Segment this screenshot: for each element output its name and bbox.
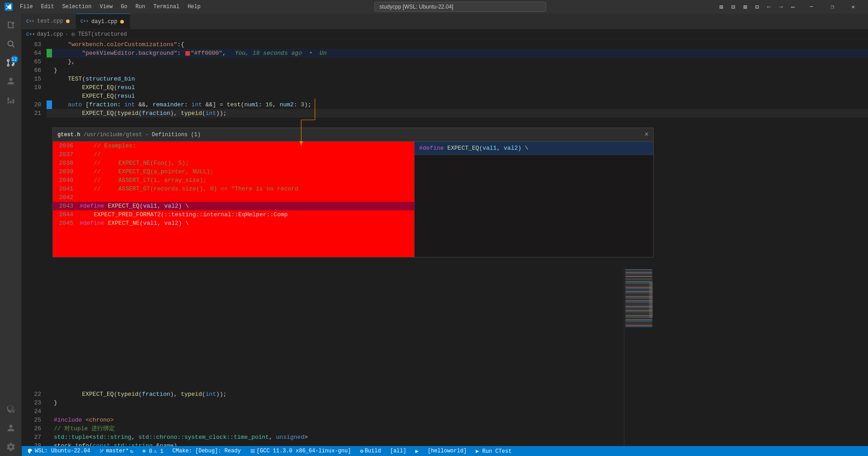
- sidebar-item-search[interactable]: [2, 35, 20, 53]
- code-line-28: 28 stock info(const std::string &name): [22, 442, 868, 446]
- status-wsl-label: WSL: Ubuntu-22.04: [35, 448, 90, 454]
- search-input[interactable]: [374, 2, 546, 12]
- menu-view[interactable]: View: [96, 3, 116, 11]
- tab-modified-day1: [120, 20, 124, 24]
- line-content-26: // 对tuple 进行绑定: [52, 424, 868, 433]
- peek-content-2041: // ASSERT_GT(records.size(), 0) << "Ther…: [78, 185, 414, 193]
- menu-run[interactable]: Run: [132, 3, 149, 11]
- peek-content-2044: EXPECT_PRED_FORMAT2(::testing::internal:…: [78, 210, 414, 219]
- peek-right-panel: #define EXPECT_EQ(val1, val2) \: [415, 142, 653, 257]
- peek-line-2039: 2039 // EXPECT_EQ(a_pointer, NULL);: [53, 167, 414, 176]
- peek-header: gtest.h /usr/include/gtest - Definitions…: [53, 128, 653, 142]
- gutter-27: [47, 433, 52, 442]
- status-cmake-label: CMake: [Debug]: Ready: [172, 448, 241, 454]
- after-peek-section: 22 EXPECT_EQ(typeid(fraction), typeid(in…: [22, 390, 868, 446]
- minimap-line: [625, 323, 652, 324]
- tab-day1-cpp[interactable]: C++ day1.cpp: [76, 14, 130, 29]
- peek-line-2038: 2038 // EXPECT_NE(Foo(), 5);: [53, 159, 414, 167]
- layout-icon[interactable]: ⊞: [717, 2, 726, 12]
- scrollbar-thumb[interactable]: [649, 282, 653, 318]
- menu-edit[interactable]: Edit: [38, 3, 58, 11]
- editor-area: C++ test.cpp C++ day1.cpp C++ day1.cpp ›…: [22, 14, 868, 456]
- code-view[interactable]: 63 "workbench.colorCustomizations":{ 64 …: [22, 39, 868, 446]
- peek-content-2045: #define EXPECT_NE(val1, val2) \: [78, 219, 414, 228]
- tab-test-cpp[interactable]: C++ test.cpp: [22, 14, 76, 29]
- sidebar-item-settings[interactable]: [2, 438, 20, 456]
- minimap-line: [625, 290, 652, 290]
- status-cmake[interactable]: CMake: [Debug]: Ready: [170, 446, 242, 456]
- sidebar-item-explorer[interactable]: [2, 16, 20, 34]
- gutter-63: [47, 40, 52, 49]
- status-build-label: Build: [365, 448, 381, 454]
- menu-file[interactable]: File: [16, 3, 37, 11]
- menu-selection[interactable]: Selection: [59, 3, 95, 11]
- sidebar-item-remote[interactable]: [2, 400, 20, 418]
- minimap-line: [625, 313, 652, 314]
- peek-content: 2036 // Examples: 2037 // 2038 // EXPECT…: [53, 142, 653, 257]
- status-branch[interactable]: master* ↻: [97, 446, 135, 456]
- maximize-button[interactable]: ❐: [822, 0, 843, 14]
- peek-line-2041: 2041 // ASSERT_GT(records.size(), 0) << …: [53, 185, 414, 193]
- breadcrumb-sep1: ›: [65, 31, 68, 38]
- status-run-ctest[interactable]: ▶ Run CTest: [474, 446, 513, 456]
- activity-bar: 12: [0, 14, 22, 456]
- status-target[interactable]: [helloworld]: [426, 446, 468, 456]
- minimap-line: [625, 295, 652, 296]
- peek-definitions: Definitions (1): [152, 132, 201, 138]
- peek-close-button[interactable]: ×: [644, 131, 649, 139]
- minimap-line: [625, 307, 652, 308]
- nav-back-icon[interactable]: ←: [764, 2, 774, 12]
- peek-line-2040: 2040 // ASSERT_LT(i, array_size);: [53, 176, 414, 185]
- breadcrumb-symbol[interactable]: TEST(structured: [78, 31, 127, 38]
- line-content-66: }: [52, 66, 868, 75]
- layout2-icon[interactable]: ⊟: [728, 2, 737, 12]
- sidebar-item-account[interactable]: [2, 419, 20, 437]
- minimap-line: [625, 281, 652, 282]
- line-content-25: #include <chrono>: [52, 416, 868, 424]
- more-actions-icon[interactable]: ⋯: [788, 2, 797, 12]
- sidebar-item-debug[interactable]: [2, 73, 20, 91]
- menu-go[interactable]: Go: [117, 3, 131, 11]
- sidebar-item-extensions[interactable]: [2, 92, 20, 110]
- peek-view: gtest.h /usr/include/gtest - Definitions…: [52, 128, 654, 257]
- menu-help[interactable]: Help: [184, 3, 204, 11]
- line-num-26: 26: [22, 424, 47, 433]
- minimap-line: [625, 322, 652, 323]
- code-line-66: 66 }: [22, 66, 868, 75]
- svg-text:f: f: [72, 33, 74, 36]
- status-errors[interactable]: ⊗ 0 ⚠ 1: [141, 446, 165, 456]
- peek-line-2042: 2042: [53, 193, 414, 202]
- git-annotation: You, 19 seconds ago • Un: [235, 50, 327, 57]
- sidebar-item-source-control[interactable]: 12: [2, 54, 20, 72]
- tab-label-day1: day1.cpp: [91, 19, 118, 25]
- status-all[interactable]: [all]: [388, 446, 408, 456]
- close-button[interactable]: ✕: [843, 0, 863, 14]
- peek-line-2043: 2043 #define EXPECT_EQ(val1, val2) \: [53, 202, 414, 210]
- minimap-line: [625, 288, 652, 289]
- line-content-20: auto [fraction: int &&, remainder: int &…: [52, 100, 868, 109]
- peek-content-2040: // ASSERT_LT(i, array_size);: [78, 176, 414, 185]
- minimize-button[interactable]: —: [801, 0, 822, 14]
- minimap-line: [625, 306, 652, 307]
- menu-terminal[interactable]: Terminal: [150, 3, 183, 11]
- status-compiler[interactable]: [GCC 11.3.0 x86_64-linux-gnu]: [248, 446, 353, 456]
- line-content-15: TEST(structured_bin: [52, 75, 868, 83]
- line-num-66: 66: [22, 66, 47, 75]
- status-build[interactable]: ⚙ Build: [358, 446, 382, 456]
- nav-forward-icon[interactable]: →: [776, 2, 785, 12]
- status-wsl[interactable]: WSL: Ubuntu-22.04: [25, 446, 92, 456]
- peek-content-2037: //: [78, 150, 414, 159]
- status-run[interactable]: ▶: [414, 446, 420, 456]
- line-num-24: 24: [22, 407, 47, 416]
- layout4-icon[interactable]: ⊡: [752, 2, 761, 12]
- tab-modified-test: [66, 19, 70, 23]
- minimap-line: [625, 314, 652, 315]
- code-line-65: 65 },: [22, 57, 868, 66]
- title-actions: ⊞ ⊟ ⊠ ⊡ ← → ⋯: [717, 2, 797, 12]
- breadcrumb-file[interactable]: day1.cpp: [37, 31, 63, 38]
- minimap-line: [625, 317, 652, 318]
- peek-linenum-2042: 2042: [53, 193, 78, 202]
- status-sync-icon: ↻: [130, 448, 133, 455]
- status-warnings-label: ⚠ 1: [154, 448, 164, 455]
- layout3-icon[interactable]: ⊠: [741, 2, 750, 12]
